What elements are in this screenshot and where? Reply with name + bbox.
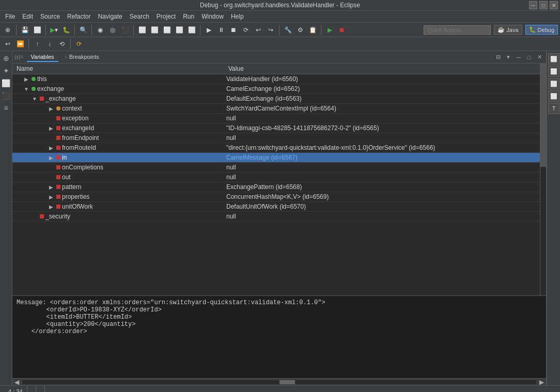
t2-btn4[interactable]: ↓ <box>44 38 55 50</box>
sidebar-icon-2[interactable]: ✦ <box>1 66 11 76</box>
scroll-left-btn[interactable]: ◀ <box>12 379 21 386</box>
btn-t11[interactable]: ⏹ <box>228 24 239 36</box>
sidebar-icon-4[interactable]: ⬛ <box>1 90 11 101</box>
btn-t1[interactable]: ◉ <box>95 24 106 36</box>
new-button[interactable]: ⊕ <box>2 24 13 36</box>
btn-t2[interactable]: ◎ <box>107 24 118 36</box>
save-button[interactable]: 💾 <box>19 24 30 36</box>
btn-t6[interactable]: ⬜ <box>161 24 173 36</box>
debug-btn[interactable]: 🐛 <box>60 24 72 36</box>
right-icon-4[interactable]: ⬜ <box>548 90 559 102</box>
expand-icon[interactable]: ▶ <box>48 203 55 210</box>
close-button[interactable]: ✕ <box>550 1 558 9</box>
v-scroll-thumb[interactable] <box>540 64 546 167</box>
table-row[interactable]: ▶ _security null <box>12 212 540 222</box>
maximize-panel-btn[interactable]: □ <box>524 53 534 62</box>
btn-t7[interactable]: ⬜ <box>174 24 185 36</box>
status-bar: 4 : 34 <box>0 385 560 392</box>
t2-btn1[interactable]: ↩ <box>2 38 13 50</box>
right-icon-5[interactable]: T <box>548 103 559 114</box>
menu-run[interactable]: Run <box>180 12 197 21</box>
btn-t14[interactable]: ↪ <box>265 24 276 36</box>
print-button[interactable]: ⬜ <box>32 24 43 36</box>
java-perspective-btn[interactable]: ☕ Java <box>494 25 522 35</box>
sidebar-icon-5[interactable]: ≡ <box>1 103 11 113</box>
t2-btn2[interactable]: ⏩ <box>14 38 26 50</box>
right-icon-3[interactable]: ⬜ <box>548 78 559 89</box>
menu-navigate[interactable]: Navigate <box>95 12 125 21</box>
var-value-cell: ValidateHandler (id=6560) <box>224 74 540 84</box>
table-header-row: Name Value <box>12 64 540 74</box>
sidebar-icon-1[interactable]: ⊕ <box>1 53 11 64</box>
table-row[interactable]: ▶ out null <box>12 173 540 182</box>
table-row[interactable]: ▶ in CamelMessage (id=6567) <box>12 153 540 163</box>
minimize-panel-btn[interactable]: ─ <box>514 53 523 62</box>
run-dropdown[interactable]: ▶ ▾ <box>49 25 59 35</box>
btn-search[interactable]: 🔍 <box>77 24 89 36</box>
table-row[interactable]: ▶ fromRouteId "direct:{urn:switchyard-qu… <box>12 143 540 153</box>
debug-stop-btn[interactable]: ⏹ <box>336 24 348 36</box>
btn-t17[interactable]: 📋 <box>307 24 318 36</box>
expand-icon[interactable]: ▶ <box>48 154 55 161</box>
restore-button[interactable]: □ <box>539 1 548 9</box>
expand-icon[interactable]: ▼ <box>31 95 38 102</box>
horizontal-scrollbar[interactable]: ◀ ▶ <box>12 378 546 385</box>
tab-variables[interactable]: Variables <box>27 53 58 62</box>
close-panel-btn[interactable]: ✕ <box>535 53 544 62</box>
t2-btn3[interactable]: ↑ <box>32 38 43 50</box>
btn-t4[interactable]: ⬜ <box>136 24 148 36</box>
btn-t16[interactable]: ⚙ <box>294 24 306 36</box>
minimize-button[interactable]: ─ <box>529 1 537 9</box>
right-icon-2[interactable]: ⬜ <box>548 66 559 77</box>
table-row[interactable]: ▶ fromEndpoint null <box>12 133 540 143</box>
sidebar-icon-3[interactable]: ⬜ <box>1 78 11 88</box>
btn-t9[interactable]: ▶ <box>203 24 214 36</box>
tab-breakpoints[interactable]: ○ Breakpoints <box>60 53 103 62</box>
expand-icon[interactable]: ▶ <box>48 183 55 191</box>
debug-perspective-btn[interactable]: 🐛 Debug <box>525 25 558 35</box>
table-row[interactable]: ▶ exchangeId "ID-ldimaggi-csb-48285-1411… <box>12 123 540 133</box>
expand-icon[interactable]: ▶ <box>48 144 55 151</box>
table-row[interactable]: ▶ properties ConcurrentHashMap<K,V> (id=… <box>12 192 540 202</box>
expand-icon[interactable]: ▶ <box>23 75 30 83</box>
menu-project[interactable]: Project <box>153 12 179 21</box>
quick-access-input[interactable] <box>424 25 491 35</box>
table-row[interactable]: ▼ exchange CamelExchange (id=6562) <box>12 84 540 94</box>
var-icon <box>40 214 44 218</box>
collapse-all-btn[interactable]: ⊟ <box>493 53 503 62</box>
menu-refactor[interactable]: Refactor <box>64 12 94 21</box>
vertical-scrollbar[interactable] <box>540 64 546 295</box>
menu-file[interactable]: File <box>2 12 18 21</box>
table-row[interactable]: ▶ context SwitchYardCamelContextImpl (id… <box>12 104 540 114</box>
btn-t3[interactable]: ⬛ <box>119 24 131 36</box>
expand-icon[interactable]: ▶ <box>48 124 55 132</box>
btn-t5[interactable]: ⬜ <box>149 24 160 36</box>
menu-help[interactable]: Help <box>228 12 247 21</box>
t2-btn5[interactable]: ⟲ <box>56 38 68 50</box>
h-scroll-thumb[interactable] <box>279 380 295 384</box>
table-row[interactable]: ▶ onCompletions null <box>12 163 540 173</box>
table-row[interactable]: ▼ _exchange DefaultExchange (id=6563) <box>12 94 540 104</box>
t2-sep1 <box>28 39 29 49</box>
menu-search[interactable]: Search <box>127 12 152 21</box>
btn-t12[interactable]: ⟳ <box>240 24 252 36</box>
table-row[interactable]: ▶ this ValidateHandler (id=6560) <box>12 74 540 84</box>
view-menu-btn[interactable]: ▾ <box>504 53 513 62</box>
debug-run-btn[interactable]: ▶ <box>324 24 335 36</box>
variables-panel: (x)= Variables ○ Breakpoints ⊟ ▾ ─ □ ✕ N <box>12 51 547 385</box>
menu-source[interactable]: Source <box>37 12 63 21</box>
expand-icon[interactable]: ▶ <box>48 105 55 112</box>
btn-t15[interactable]: 🔧 <box>282 24 293 36</box>
table-row[interactable]: ▶ pattern ExchangePattern (id=6568) <box>12 182 540 192</box>
table-row[interactable]: ▶ unitOfWork DefaultUnitOfWork (id=6570) <box>12 202 540 212</box>
menu-edit[interactable]: Edit <box>19 12 36 21</box>
expand-icon[interactable]: ▼ <box>23 85 30 92</box>
btn-t13[interactable]: ↩ <box>253 24 264 36</box>
btn-t10[interactable]: ⏸ <box>215 24 227 36</box>
right-icon-1[interactable]: ⬜ <box>548 53 559 65</box>
scroll-right-btn[interactable]: ▶ <box>537 379 546 386</box>
btn-t8[interactable]: ⬜ <box>186 24 197 36</box>
expand-icon[interactable]: ▶ <box>48 193 55 200</box>
menu-window[interactable]: Window <box>198 12 227 21</box>
table-row[interactable]: ▶ exception null <box>12 114 540 123</box>
